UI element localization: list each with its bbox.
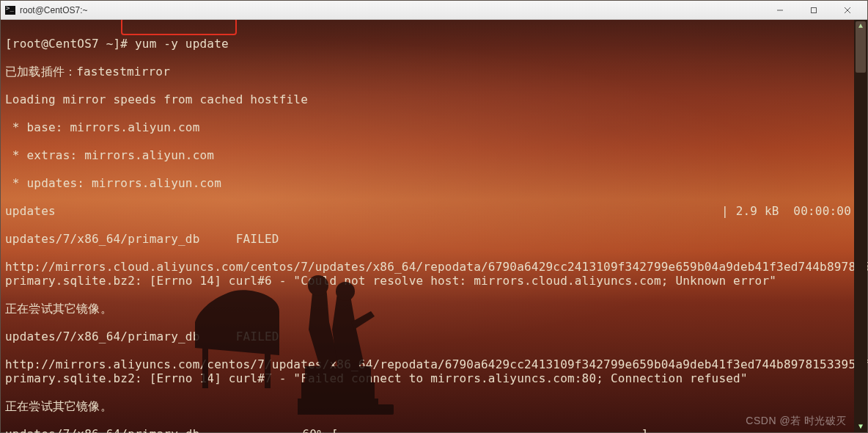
output-line: * updates: mirrors.aliyun.com [5, 176, 851, 190]
output-line: 正在尝试其它镜像。 [5, 302, 851, 316]
prompt-prefix: [root@CentOS7 ~]# [5, 37, 135, 51]
prompt-command: yum -y update [135, 37, 229, 51]
output-line: updates/7/x86_64/primary_db FAILED [5, 232, 851, 246]
maximize-button[interactable] [797, 1, 831, 19]
output-line: Loading mirror speeds from cached hostfi… [5, 92, 851, 106]
svg-rect-1 [812, 7, 817, 12]
watermark-text: CSDN @若 时光破灭 [746, 415, 847, 428]
close-icon [844, 7, 851, 14]
terminal-window: root@CentOS7:~ [root@CentOS7 ~]# yum -y … [0, 0, 868, 433]
output-line: http://mirrors.aliyuncs.com/centos/7/upd… [5, 357, 851, 385]
scroll-thumb[interactable] [856, 21, 866, 73]
output-line: http://mirrors.cloud.aliyuncs.com/centos… [5, 260, 851, 288]
vertical-scrollbar[interactable]: ▲ ▼ [854, 20, 867, 432]
window-title: root@CentOS7:~ [20, 5, 88, 15]
scroll-down-arrow-icon[interactable]: ▼ [854, 421, 867, 432]
output-line: * extras: mirrors.aliyun.com [5, 148, 851, 162]
minimize-icon [776, 7, 784, 14]
output-line-right: | 2.9 kB 00:00:00 [721, 204, 851, 218]
close-button[interactable] [831, 1, 864, 19]
output-line: 已加载插件：fastestmirror [5, 65, 851, 79]
maximize-icon [810, 7, 817, 14]
progress-percent: 60% [303, 427, 325, 433]
progress-label: updates/7/x86_64/primary_db [5, 427, 200, 433]
output-line: updates [5, 204, 56, 218]
title-left: root@CentOS7:~ [5, 5, 88, 15]
output-line: updates/7/x86_64/primary_db FAILED [5, 330, 851, 343]
minimize-button[interactable] [763, 1, 797, 19]
window-controls [763, 1, 864, 19]
terminal-icon [5, 6, 15, 15]
output-line: * base: mirrors.aliyun.com [5, 120, 851, 134]
terminal-output[interactable]: [root@CentOS7 ~]# yum -y update 已加载插件：fa… [2, 20, 854, 431]
progress-bar: [====================== ] [331, 427, 649, 433]
titlebar: root@CentOS7:~ [1, 1, 867, 20]
output-line: 正在尝试其它镜像。 [5, 399, 851, 413]
